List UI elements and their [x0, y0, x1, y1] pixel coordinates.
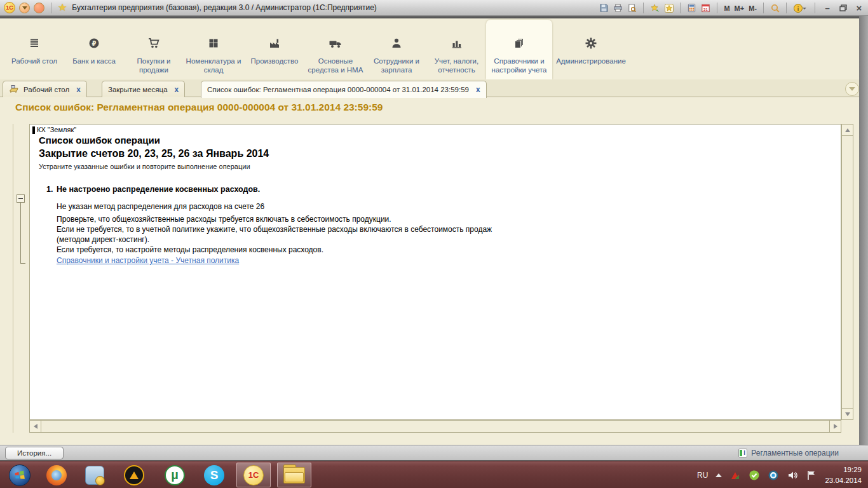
horizontal-scrollbar[interactable] — [29, 420, 841, 433]
scroll-right-button[interactable] — [829, 420, 841, 433]
report-title: Список ошибок операции — [39, 135, 160, 146]
vertical-scrollbar[interactable] — [841, 124, 853, 420]
error-report-panel: КХ "Земляк" Список ошибок операции Закры… — [29, 124, 841, 420]
service-button[interactable] — [34, 3, 44, 13]
tab-bar: Рабочий стол x Закрытие месяца x Список … — [0, 79, 868, 97]
text-cursor — [32, 126, 35, 134]
error-number: 1. — [46, 185, 53, 194]
tab-error-list[interactable]: Список ошибок: Регламентная операция 000… — [201, 81, 487, 98]
app-window: 1С ★ Бухгалтерия предприятия (базовая), … — [0, 0, 868, 488]
memory-plus-button[interactable]: M+ — [734, 4, 745, 12]
organization-name: КХ "Земляк" — [37, 126, 76, 133]
menu-icon — [5, 34, 64, 50]
favorites-icon[interactable] — [663, 3, 674, 13]
tab-desktop[interactable]: Рабочий стол x — [3, 81, 87, 97]
calendar-icon[interactable]: 31 — [700, 3, 711, 13]
print-preview-icon[interactable] — [627, 3, 637, 13]
print-icon[interactable] — [613, 3, 623, 13]
factory-icon — [244, 34, 305, 50]
grid-icon — [183, 34, 244, 50]
memory-button[interactable]: M — [723, 4, 730, 12]
page-title: Список ошибок: Регламентная операция 000… — [15, 102, 383, 113]
title-bar: 1С ★ Бухгалтерия предприятия (базовая), … — [0, 0, 868, 16]
tray-graph-icon[interactable] — [729, 470, 741, 481]
tab-close-icon[interactable]: x — [476, 85, 480, 94]
ribbon-section-production[interactable]: Производство — [244, 20, 305, 79]
ruble-icon: ₽ — [64, 34, 125, 50]
ccleaner-icon[interactable] — [78, 463, 112, 487]
error-advice-line: Если не требуется, то в учетной политике… — [57, 225, 492, 234]
language-indicator[interactable]: RU — [697, 471, 708, 480]
onec-taskbar-button[interactable]: 1С — [236, 463, 271, 487]
volume-icon[interactable] — [787, 470, 798, 481]
main-menu-button[interactable] — [19, 3, 30, 13]
ribbon-section-fixed-assets[interactable]: Основные средства и НМА — [305, 20, 366, 79]
status-right-label: Регламентные операции — [751, 449, 839, 458]
report-subtitle: Закрытие счетов 20, 23, 25, 26 за Январь… — [39, 148, 269, 159]
history-button[interactable]: История... — [5, 447, 64, 459]
firefox-icon[interactable] — [39, 463, 74, 487]
aimp-icon[interactable] — [117, 463, 151, 487]
tab-month-closing[interactable]: Закрытие месяца x — [102, 81, 185, 97]
ribbon-section-desktop[interactable]: Рабочий стол — [5, 20, 64, 79]
group-column-line — [13, 124, 13, 433]
tab-close-icon[interactable]: x — [175, 85, 179, 94]
scroll-up-button[interactable] — [841, 124, 853, 136]
cart-icon — [125, 34, 183, 50]
info-icon — [738, 449, 747, 458]
ribbon-section-bank[interactable]: ₽ Банк и касса — [64, 20, 125, 79]
ribbon-section-administration[interactable]: Администрирование — [552, 20, 630, 79]
system-tray: RU 19:29 23.04.2014 — [697, 461, 865, 488]
ribbon-section-directories[interactable]: Справочники и настройки учета — [486, 20, 552, 79]
memory-minus-button[interactable]: M- — [748, 4, 757, 12]
error-detail: Не указан метод распределения для расход… — [57, 202, 264, 211]
tab-overflow-button[interactable] — [845, 82, 859, 96]
person-icon — [366, 34, 427, 50]
window-right-frame — [859, 16, 868, 445]
minimize-button[interactable]: – — [821, 3, 834, 13]
zoom-icon[interactable] — [770, 3, 780, 13]
tray-date: 23.04.2014 — [825, 475, 862, 486]
utorrent-icon[interactable]: µ — [158, 463, 192, 487]
start-button[interactable] — [3, 463, 37, 487]
gear-icon — [552, 34, 630, 50]
error-advice-line: Проверьте, что общехозяйственные расходы… — [57, 215, 391, 224]
svg-text:i: i — [797, 5, 799, 11]
ribbon-section-inventory[interactable]: Номенклатура и склад — [183, 20, 244, 79]
tray-time: 19:29 — [825, 464, 862, 475]
truck-icon — [305, 34, 366, 50]
action-center-flag-icon[interactable] — [806, 470, 817, 481]
svg-text:31: 31 — [704, 7, 709, 11]
ribbon-sections: Рабочий стол ₽ Банк и касса Покупки и пр… — [0, 18, 868, 79]
svg-text:₽: ₽ — [92, 40, 97, 47]
app-logo-icon: 1С — [4, 2, 15, 13]
save-icon[interactable] — [599, 3, 609, 13]
ribbon-section-purchases[interactable]: Покупки и продажи — [125, 20, 183, 79]
desktop-tab-icon — [9, 85, 19, 95]
favorites-star-icon[interactable]: ★ — [58, 3, 67, 13]
error-advice-line: Если требуется, то настройте методы расп… — [57, 245, 323, 254]
restore-button[interactable] — [837, 3, 850, 13]
error-title: Не настроено распределение косвенных рас… — [57, 185, 260, 194]
tray-antivirus-icon[interactable] — [749, 470, 760, 481]
calculator-icon[interactable] — [686, 3, 697, 13]
add-favorite-icon[interactable] — [649, 3, 660, 13]
clock[interactable]: 19:29 23.04.2014 — [825, 464, 865, 485]
explorer-taskbar-button[interactable] — [277, 463, 311, 487]
collapse-group-button[interactable] — [17, 194, 25, 203]
skype-icon[interactable]: S — [197, 463, 231, 487]
close-button[interactable]: × — [853, 3, 865, 13]
show-hidden-icons-button[interactable] — [715, 473, 722, 477]
status-bar: История... Регламентные операции — [0, 445, 868, 461]
ribbon-section-employees[interactable]: Сотрудники и зарплата — [366, 20, 427, 79]
scroll-left-button[interactable] — [29, 420, 41, 433]
group-bracket-end — [20, 263, 25, 264]
scroll-down-button[interactable] — [841, 408, 853, 420]
tray-eye-icon[interactable] — [768, 470, 779, 481]
tab-close-icon[interactable]: x — [76, 85, 81, 94]
ribbon-section-accounting[interactable]: Учет, налоги, отчетность — [427, 20, 486, 79]
accounting-policy-link[interactable]: Справочники и настройки учета - Учетная … — [57, 256, 239, 265]
info-dropdown[interactable]: i — [792, 3, 809, 13]
group-bracket-line — [20, 203, 21, 264]
error-advice-line: (методом директ-костинг). — [57, 235, 149, 244]
